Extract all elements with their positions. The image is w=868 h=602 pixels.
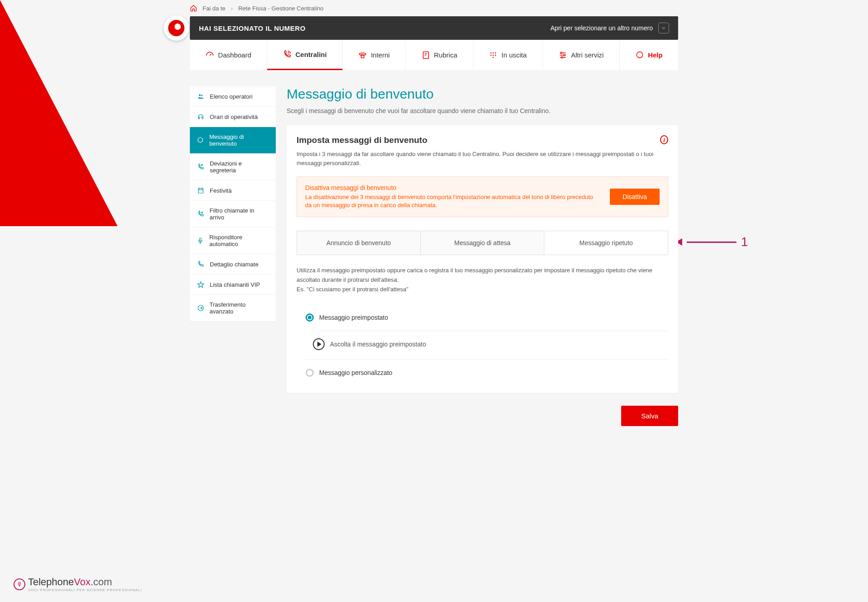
breadcrumb: Fai da te › Rete Fissa - Gestione Centra… <box>190 0 678 16</box>
breadcrumb-home[interactable]: Fai da te <box>203 5 226 12</box>
sliders-icon <box>558 51 567 60</box>
nav-in-uscita[interactable]: In uscita <box>473 40 543 70</box>
gauge-icon <box>205 51 214 60</box>
nav-label: Altri servizi <box>571 51 604 59</box>
sidebar-item-festivita[interactable]: Festività <box>190 180 276 201</box>
number-selector-bar: HAI SELEZIONATO IL NUMERO Apri per selez… <box>190 16 678 40</box>
sidebar-item-risponditore[interactable]: Risponditore automatico <box>190 228 276 254</box>
svg-point-8 <box>493 57 494 58</box>
nav-rubrica[interactable]: Rubrica <box>406 40 473 70</box>
phone-ring-icon <box>283 50 292 59</box>
warning-title: Disattiva messaggi di benvenuto <box>305 184 599 191</box>
sidebar-item-label: Deviazioni e segreteria <box>210 160 269 174</box>
listen-preset-row: Ascolta il messaggio preimpostato <box>297 334 668 356</box>
svg-rect-16 <box>198 188 203 193</box>
telephonevox-logo: 🎙 TelephoneVox.com VOCI PROFESSIONALI PE… <box>14 576 142 592</box>
sidebar-item-label: Messaggio di benvenuto <box>209 133 269 147</box>
call-detail-icon <box>196 261 205 268</box>
listen-label: Ascolta il messaggio preimpostato <box>330 341 426 348</box>
svg-point-14 <box>201 95 203 96</box>
annotation-number: 1 <box>741 235 748 249</box>
sidebar-item-orari[interactable]: Orari di operatività <box>190 107 276 127</box>
settings-card: Imposta messaggi di benvenuto Imposta i … <box>287 125 678 393</box>
tab-description: Utilizza il messaggio preimpostato oppur… <box>297 266 668 294</box>
sidebar-item-trasferimento[interactable]: Trasferimento avanzato <box>190 295 276 321</box>
sidebar-item-label: Lista chiamanti VIP <box>210 281 260 288</box>
nav-label: Centralini <box>295 51 326 58</box>
sidebar-item-label: Festività <box>210 187 231 194</box>
svg-point-10 <box>564 54 565 56</box>
sidebar-item-messaggio-benvenuto[interactable]: Messaggio di benvenuto <box>190 127 276 154</box>
nav-centralini[interactable]: Centralini <box>267 40 343 70</box>
users-icon <box>196 93 205 100</box>
open-selector-button[interactable] <box>658 23 669 33</box>
vodafone-logo <box>164 15 189 41</box>
mic-icon <box>196 237 205 244</box>
play-button[interactable] <box>313 338 325 350</box>
nav-altri-servizi[interactable]: Altri servizi <box>543 40 620 70</box>
disable-button[interactable]: Disattiva <box>610 189 660 205</box>
selected-number-label: HAI SELEZIONATO IL NUMERO <box>199 24 306 32</box>
card-description: Imposta i 3 messaggi da far ascoltare qu… <box>297 150 660 167</box>
star-icon <box>196 281 205 288</box>
sidebar-item-deviazioni[interactable]: Deviazioni e segreteria <box>190 154 276 180</box>
sidebar-item-filtro[interactable]: Filtro chiamate in arrivo <box>190 201 276 228</box>
decorative-triangle <box>0 0 118 226</box>
divider <box>313 331 668 331</box>
svg-rect-17 <box>199 238 201 241</box>
option-preset[interactable]: Messaggio preimpostato <box>297 307 668 328</box>
nav-label: In uscita <box>501 51 527 59</box>
option-label: Messaggio preimpostato <box>319 314 388 321</box>
svg-point-11 <box>561 57 563 58</box>
sidebar-item-label: Trasferimento avanzato <box>209 301 269 315</box>
sidebar: Elenco operatori Orari di operatività Me… <box>190 86 276 321</box>
mic-logo-icon: 🎙 <box>14 578 25 590</box>
sidebar-item-label: Dettaglio chiamate <box>210 261 259 268</box>
nav-dashboard[interactable]: Dashboard <box>190 40 267 70</box>
address-book-icon <box>421 51 430 60</box>
open-selector-label: Apri per selezionare un altro numero <box>551 24 653 32</box>
option-label: Messaggio personalizzato <box>319 369 392 376</box>
sidebar-item-label: Orari di operatività <box>210 114 258 120</box>
option-custom[interactable]: Messaggio personalizzato <box>297 362 668 383</box>
sidebar-item-dettaglio[interactable]: Dettaglio chiamate <box>190 254 276 275</box>
nav-interni[interactable]: Interni <box>343 40 406 70</box>
calendar-icon <box>196 187 205 194</box>
save-button[interactable]: Salva <box>621 406 678 426</box>
chat-icon <box>635 51 644 60</box>
nav-label: Rubrica <box>434 51 458 59</box>
play-icon <box>317 341 321 347</box>
sidebar-item-label: Risponditore automatico <box>209 234 269 247</box>
svg-point-13 <box>199 94 201 96</box>
annotation-arrow-1: 1 <box>676 235 748 249</box>
radio-icon <box>306 369 314 377</box>
svg-marker-18 <box>198 282 203 288</box>
dialpad-icon <box>489 51 498 60</box>
page-title: Messaggio di benvenuto <box>287 86 678 102</box>
breadcrumb-separator: › <box>231 5 233 12</box>
sidebar-item-elenco-operatori[interactable]: Elenco operatori <box>190 86 276 107</box>
svg-rect-0 <box>361 55 364 57</box>
svg-point-9 <box>561 52 562 53</box>
disable-warning-box: Disattiva messaggi di benvenuto La disat… <box>297 176 668 217</box>
svg-point-5 <box>491 54 492 56</box>
headset-icon <box>196 113 205 120</box>
sidebar-item-vip[interactable]: Lista chiamanti VIP <box>190 275 276 295</box>
nav-label: Interni <box>371 51 390 59</box>
nav-help[interactable]: Help <box>620 40 678 70</box>
message-subtabs: Annuncio di benvenuto Messaggio di attes… <box>297 231 668 255</box>
info-icon[interactable]: i <box>660 135 668 144</box>
page-subtitle: Scegli i messaggi di benvenuto che vuoi … <box>287 107 678 114</box>
svg-point-7 <box>495 54 496 56</box>
breadcrumb-current: Rete Fissa - Gestione Centralino <box>238 5 324 12</box>
divider <box>306 359 668 360</box>
radio-icon <box>306 313 314 322</box>
card-title: Imposta messaggi di benvenuto <box>297 135 660 145</box>
subtab-ripetuto[interactable]: Messaggio ripetuto <box>544 231 668 255</box>
call-forward-icon <box>196 163 205 171</box>
transfer-icon <box>196 304 205 312</box>
call-incoming-icon <box>196 210 205 218</box>
home-icon[interactable] <box>190 5 197 12</box>
subtab-attesa[interactable]: Messaggio di attesa <box>421 231 545 255</box>
subtab-annuncio[interactable]: Annuncio di benvenuto <box>297 231 421 255</box>
